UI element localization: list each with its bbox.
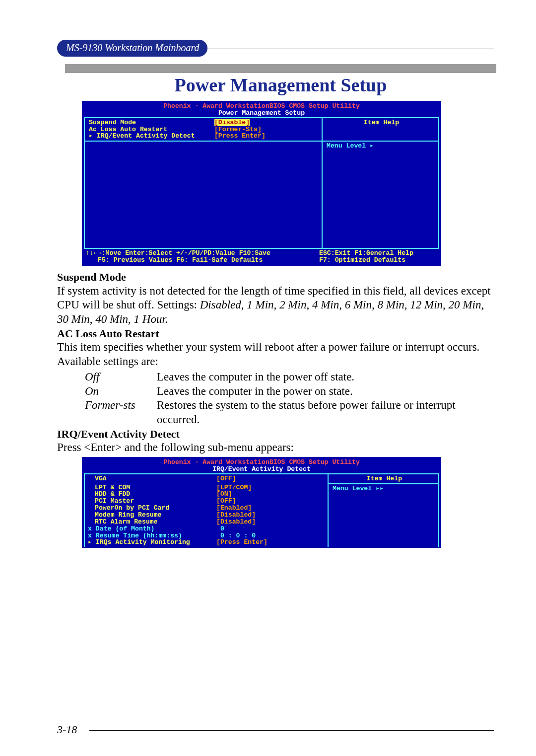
bios1-item: Suspend Mode [Disable] bbox=[89, 119, 320, 126]
item-help-label: Item Help bbox=[364, 119, 399, 126]
header-badge: MS-9130 Workstation Mainboard bbox=[57, 40, 207, 57]
bios-screenshot-1: Phoenix - Award WorkstationBIOS CMOS Set… bbox=[82, 101, 441, 266]
acloss-body: This item specifies whether your system … bbox=[57, 340, 494, 369]
page-title: Power Management Setup bbox=[65, 73, 496, 98]
bios2-item: x Date (of Month) 0 bbox=[88, 526, 326, 532]
body-text: Suspend Mode If system activity is not d… bbox=[57, 270, 494, 455]
bios2-item: ▸ IRQs Activity Monitoring[Press Enter] bbox=[88, 539, 326, 546]
menu-level: Menu Level ▸▸ bbox=[333, 485, 384, 492]
menu-level: Menu Level ▸ bbox=[327, 142, 374, 150]
bios2-item: VGA[OFF] bbox=[95, 475, 326, 482]
bios1-header: Phoenix - Award WorkstationBIOS CMOS Set… bbox=[83, 102, 440, 117]
suspend-body: If system activity is not detected for t… bbox=[57, 284, 494, 327]
bios2-item: LPT & COM[LPT/COM] bbox=[95, 484, 326, 491]
bios2-item: PCI Master[OFF] bbox=[95, 498, 326, 505]
bios1-item: ▸ IRQ/Event Activity Detect [Press Enter… bbox=[89, 133, 320, 140]
bios2-header: Phoenix - Award WorkstationBIOS CMOS Set… bbox=[83, 458, 440, 473]
title-area: Power Management Setup bbox=[65, 64, 496, 98]
irq-heading: IRQ/Event Activity Detect bbox=[57, 427, 494, 441]
page-number: 3-18 bbox=[57, 723, 77, 736]
bios1-item: Ac Loss Auto Restart [Former-Sts] bbox=[89, 126, 320, 133]
bios2-item: Modem Ring Resume[Disabled] bbox=[95, 512, 326, 519]
page-number-rule bbox=[89, 730, 494, 731]
acloss-heading: AC Loss Auto Restart bbox=[57, 327, 494, 341]
bios2-item: x Resume Time (hh:mm:ss) 0 : 0 : 0 bbox=[88, 532, 326, 539]
bios2-item: RTC Alarm Resume[Disabled] bbox=[95, 519, 326, 526]
item-help-label: Item Help bbox=[367, 475, 402, 482]
bios2-item: PowerOn by PCI Card[Enabled] bbox=[95, 505, 326, 512]
bios-screenshot-2: Phoenix - Award WorkstationBIOS CMOS Set… bbox=[82, 457, 441, 548]
irq-body: Press <Enter> and the following sub-menu… bbox=[57, 441, 494, 455]
bios1-footer: ↑↓←→:Move Enter:Select +/-/PU/PD:Value F… bbox=[83, 249, 440, 265]
suspend-heading: Suspend Mode bbox=[57, 270, 494, 284]
bios2-item: HDD & FDD[ON] bbox=[95, 491, 326, 498]
acloss-settings-table: Off Leaves the computer in the power off… bbox=[85, 370, 494, 427]
